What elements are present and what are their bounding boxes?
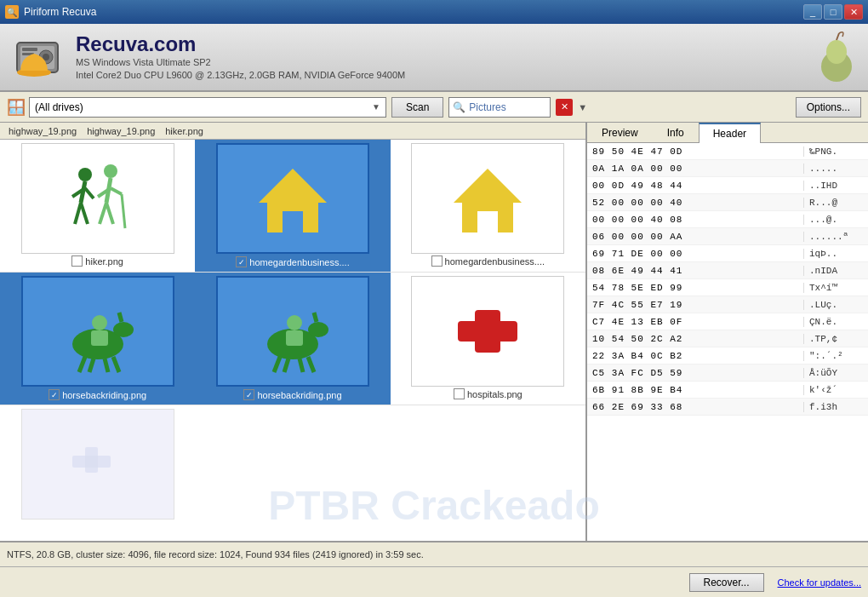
svg-rect-38 [91,330,108,346]
svg-rect-49 [458,321,517,342]
hex-chars: ...@. [803,215,863,225]
hex-chars: ......ª [803,232,863,242]
svg-line-34 [89,359,94,372]
windows-logo-icon: 🪟 [7,98,26,117]
hex-chars: .nIDA [803,266,863,276]
tab-info[interactable]: Info [653,123,699,142]
sys-info-2: Intel Core2 Duo CPU L9600 @ 2.13GHz, 2.0… [76,69,405,82]
file-list-header: highway_19.png highway_19.png hiker.png [0,123,585,140]
file-item-home1[interactable]: homegardenbusiness.... [195,140,390,272]
file-item-horse1[interactable]: horsebackriding.png [0,273,195,405]
svg-marker-24 [259,169,327,203]
svg-line-19 [100,203,106,224]
hex-bytes: 22 3A B4 0C B2 [592,351,803,361]
update-link[interactable]: Check for updates... [778,577,861,588]
hex-bytes: 08 6E 49 44 41 [592,266,803,276]
options-button[interactable]: Options... [796,97,861,118]
svg-marker-27 [454,169,522,203]
svg-line-10 [837,33,839,40]
svg-rect-47 [286,330,303,346]
file-thumbnail-hospital [411,276,564,387]
file-item-empty1[interactable] [0,405,195,523]
file-checkbox-hiker[interactable] [71,255,83,267]
hex-bytes: 69 71 DE 00 00 [592,249,803,259]
hex-row: 0A 1A 0A 00 00..... [587,160,868,177]
file-item-home2[interactable]: homegardenbusiness.... [391,140,585,272]
hex-row: 54 78 5E ED 99Tx^í™ [587,279,868,296]
svg-point-9 [826,40,847,64]
file-name-hiker: hiker.png [71,255,123,267]
svg-rect-7 [19,71,49,75]
hex-chars: ÇN.ë. [803,317,863,327]
col-header-2: highway_19.png [82,124,160,138]
file-grid-row-3 [0,405,585,474]
hex-bytes: 7F 4C 55 E7 19 [592,300,803,310]
maximize-button[interactable]: □ [824,4,842,20]
hex-bytes: 66 2E 69 33 68 [592,402,803,412]
tab-preview[interactable]: Preview [587,123,653,142]
search-icon: 🔍 [453,101,465,113]
file-list[interactable]: highway_19.png highway_19.png hiker.png [0,123,587,541]
svg-point-37 [92,315,107,330]
file-item-hospital[interactable]: hospitals.png [391,273,585,405]
app-name: Recuva.com [76,32,405,56]
svg-rect-4 [22,48,37,51]
svg-line-22 [111,188,122,194]
tab-header[interactable]: Header [699,123,761,143]
bottom-bar: Recover... Check for updates... [0,566,868,597]
file-name-horse1: horsebackriding.png [46,388,149,401]
hex-bytes: C7 4E 13 EB 0F [592,317,803,327]
filter-clear-button[interactable]: ✕ [556,99,573,116]
file-name-home1: homegardenbusiness.... [233,255,351,268]
file-thumbnail-home2 [411,143,564,254]
status-bar: NTFS, 20.8 GB, cluster size: 4096, file … [0,541,868,566]
hex-chars: ..... [803,164,863,174]
hex-row: 10 54 50 2C A2.TP,¢ [587,330,868,347]
hex-bytes: 0A 1A 0A 00 00 [592,164,803,174]
file-checkbox-hospital[interactable] [454,388,465,399]
file-thumbnail-horse2 [216,276,369,387]
minimize-button[interactable]: _ [803,4,822,20]
svg-line-45 [308,357,314,372]
hex-chars: f.i3h [803,402,863,412]
file-checkbox-horse2[interactable] [243,389,254,400]
hex-chars: Tx^í™ [803,283,863,293]
sys-info-1: MS Windows Vista Ultimate SP2 [76,56,405,69]
svg-point-46 [287,315,302,330]
svg-point-31 [113,322,134,337]
scan-button[interactable]: Scan [391,97,443,118]
svg-line-20 [106,203,113,224]
pear-icon [815,28,858,86]
file-item-horse2[interactable]: horsebackriding.png [195,273,390,405]
close-button[interactable]: ✕ [844,4,863,20]
file-checkbox-home1[interactable] [236,256,247,267]
svg-line-32 [119,313,122,322]
file-checkbox-horse1[interactable] [49,389,60,400]
filter-box: 🔍 Pictures [448,97,551,118]
file-item-hiker[interactable]: hiker.png [0,140,195,272]
svg-line-44 [300,359,303,372]
file-name-horse2: horsebackriding.png [241,388,344,401]
hex-chars: R...@ [803,198,863,208]
panel-tabs: Preview Info Header [587,123,868,143]
filter-value: Pictures [469,101,505,113]
main-content: highway_19.png highway_19.png hiker.png [0,123,868,541]
app-logo [10,30,66,85]
hex-row: 06 00 00 00 AA......ª [587,228,868,245]
hex-row: 22 3A B4 0C B2":.´.² [587,347,868,365]
file-checkbox-home2[interactable] [431,255,443,267]
recover-button[interactable]: Recover... [689,573,764,592]
hex-chars: ‰PNG. [803,146,863,157]
hex-chars: Å:üÕY [803,368,863,378]
hex-chars: .LUç. [803,300,863,310]
drive-dropdown[interactable]: (All drives) ▼ [29,97,386,118]
svg-line-42 [274,357,280,372]
hex-bytes: 54 78 5E ED 99 [592,283,803,293]
hex-row: 6B 91 8B 9E B4k'‹ž´ [587,382,868,399]
hex-bytes: 6B 91 8B 9E B4 [592,385,803,395]
hex-bytes: 10 54 50 2C A2 [592,334,803,344]
hex-bytes: 52 00 00 00 40 [592,198,803,208]
hex-bytes: 06 00 00 00 AA [592,232,803,242]
file-grid-row-2: horsebackriding.png [0,273,585,405]
filter-arrow-icon[interactable]: ▼ [578,102,587,112]
